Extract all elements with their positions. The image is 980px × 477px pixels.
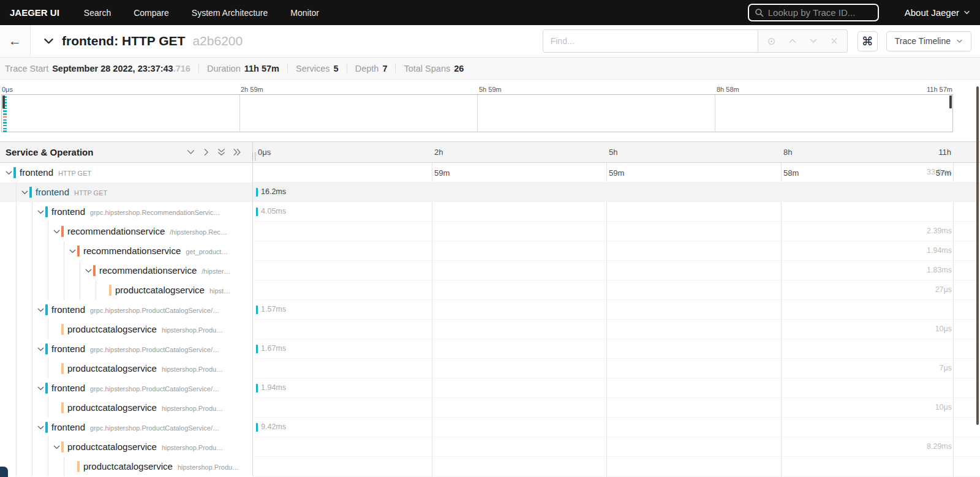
collapse-chevron-icon[interactable]	[21, 189, 29, 197]
collapse-chevron-icon[interactable]	[53, 228, 61, 236]
keyboard-shortcuts-button[interactable]: ⌘	[858, 31, 878, 51]
indent-guide	[96, 280, 96, 300]
nav-item-system-architecture[interactable]: System Architecture	[192, 8, 268, 18]
span-timeline-cell[interactable]: 9.42ms	[253, 418, 980, 437]
span-timeline-cell[interactable]: 1.83ms	[253, 261, 980, 280]
span-timeline-cell[interactable]: 2.39ms	[253, 222, 980, 241]
app-brand[interactable]: JAEGER UI	[10, 7, 59, 18]
expand-all-icon[interactable]	[232, 148, 241, 157]
collapse-trace-chevron-icon[interactable]	[43, 36, 55, 47]
span-row[interactable]: recommendationservice/hipstershop.Rec…2.…	[0, 222, 980, 241]
vertical-scrollbar[interactable]	[976, 86, 979, 425]
span-row[interactable]: frontendHTTP GET33.5ms	[0, 163, 980, 182]
collapse-chevron-icon[interactable]	[69, 247, 77, 255]
prev-match-icon[interactable]	[788, 37, 797, 45]
span-bar[interactable]	[256, 208, 258, 216]
span-bar[interactable]	[256, 384, 258, 392]
column-resizer-handle[interactable]	[252, 152, 255, 160]
focus-match-icon[interactable]	[767, 37, 776, 46]
span-duration: 8.29ms	[927, 442, 952, 451]
span-timeline-cell[interactable]: 27μs	[253, 280, 980, 300]
trace-lookup-input[interactable]	[768, 7, 866, 18]
span-row[interactable]: frontendgrpc.hipstershop.ProductCatalogS…	[0, 418, 980, 437]
span-row[interactable]: frontendHTTP GET16.2ms	[0, 182, 980, 202]
span-timeline-cell[interactable]: 10μs	[253, 320, 980, 339]
span-timeline-cell[interactable]: 4.05ms	[253, 202, 980, 222]
timeline-tick-label-wrap: 58m	[783, 168, 799, 178]
span-name-cell[interactable]: recommendationservice/hipstershop.Rec…	[0, 222, 253, 241]
span-name-cell[interactable]: frontendgrpc.hipstershop.ProductCatalogS…	[0, 300, 253, 320]
span-name-cell[interactable]: productcatalogservicehipstershop.Produ…	[0, 359, 253, 378]
timeline-minimap: 0μs2h 59m5h 59m8h 58m11h 57m	[0, 80, 980, 132]
minimap-span-mark	[3, 113, 7, 115]
span-bar[interactable]	[256, 306, 258, 314]
span-timeline-cell[interactable]: 1.94ms	[253, 241, 980, 261]
minimap-canvas[interactable]	[1, 94, 953, 132]
collapse-chevron-icon[interactable]	[37, 345, 45, 353]
span-row[interactable]: frontendgrpc.hipstershop.ProductCatalogS…	[0, 300, 980, 320]
find-input[interactable]	[543, 29, 758, 53]
next-match-icon[interactable]	[809, 37, 818, 45]
collapse-chevron-icon[interactable]	[85, 267, 92, 275]
minimap-left-handle[interactable]	[2, 96, 5, 108]
span-name-cell[interactable]: recommendationservice/hipster…	[0, 261, 253, 280]
nav-item-search[interactable]: Search	[84, 8, 111, 18]
back-button[interactable]: ←	[0, 25, 31, 57]
span-timeline-cell[interactable]: 1.57ms	[253, 300, 980, 320]
span-timeline-cell[interactable]: 10μs	[253, 398, 980, 418]
span-row[interactable]: recommendationservice/hipster…1.83ms	[0, 261, 980, 280]
span-name-cell[interactable]: productcatalogservicehipstershop.Produ…	[0, 437, 253, 457]
clear-search-icon[interactable]	[830, 37, 839, 45]
span-name-cell[interactable]: productcatalogservicehipst…	[0, 280, 253, 300]
span-bar[interactable]	[256, 188, 258, 197]
span-name-cell[interactable]: frontendHTTP GET	[0, 182, 253, 202]
span-name-cell[interactable]: frontendgrpc.hipstershop.RecommendationS…	[0, 202, 253, 222]
span-name-cell[interactable]: productcatalogservicehipstershop.Produ…	[0, 457, 253, 476]
collapse-chevron-icon[interactable]	[53, 443, 61, 451]
operation-name: hipstershop.Produ…	[162, 366, 223, 373]
span-row[interactable]: productcatalogservicehipstershop.Produ…7…	[0, 359, 980, 378]
timeline-tick-label: 5h	[609, 148, 617, 157]
collapse-chevron-icon[interactable]	[37, 306, 45, 314]
span-name-cell[interactable]: recommendationserviceget_product…	[0, 241, 253, 261]
expand-one-icon[interactable]	[202, 148, 211, 157]
span-timeline-cell[interactable]: 1.94ms	[253, 378, 980, 398]
span-row[interactable]: productcatalogservicehipstershop.Produ…8…	[0, 437, 980, 457]
span-row[interactable]: frontendgrpc.hipstershop.ProductCatalogS…	[0, 339, 980, 359]
span-timeline-cell[interactable]: 7μs	[253, 359, 980, 378]
collapse-chevron-icon[interactable]	[37, 385, 45, 392]
minimap-right-handle[interactable]	[949, 96, 952, 108]
span-color-bar	[77, 461, 80, 472]
collapse-chevron-icon[interactable]	[37, 208, 45, 216]
trace-lookup[interactable]	[748, 4, 879, 21]
collapse-chevron-icon[interactable]	[37, 424, 45, 432]
span-name-cell[interactable]: productcatalogservicehipstershop.Produ…	[0, 320, 253, 339]
span-name-cell[interactable]: frontendgrpc.hipstershop.ProductCatalogS…	[0, 339, 253, 359]
span-row[interactable]: recommendationserviceget_product…1.94ms	[0, 241, 980, 261]
span-name-cell[interactable]: frontendgrpc.hipstershop.ProductCatalogS…	[0, 418, 253, 437]
span-name-cell[interactable]: productcatalogservicehipstershop.Produ…	[0, 398, 253, 418]
operation-name: grpc.hipstershop.RecommendationServic…	[90, 209, 220, 216]
nav-item-compare[interactable]: Compare	[134, 8, 169, 18]
span-row[interactable]: productcatalogservicehipstershop.Produ…1…	[0, 320, 980, 339]
collapse-one-icon[interactable]	[186, 148, 195, 157]
trace-start-ms: .716	[173, 64, 190, 73]
span-row[interactable]: frontendgrpc.hipstershop.RecommendationS…	[0, 202, 980, 222]
span-row[interactable]: productcatalogservicehipstershop.Produ…	[0, 457, 980, 476]
collapse-all-icon[interactable]	[217, 148, 226, 157]
trace-view-selector[interactable]: Trace Timeline	[886, 31, 971, 51]
span-row[interactable]: frontendgrpc.hipstershop.ProductCatalogS…	[0, 378, 980, 398]
span-timeline-cell[interactable]: 16.2ms	[253, 182, 980, 202]
span-row[interactable]: productcatalogservicehipstershop.Produ…1…	[0, 398, 980, 418]
span-timeline-cell[interactable]: 8.29ms	[253, 437, 980, 457]
nav-item-monitor[interactable]: Monitor	[290, 8, 319, 18]
span-timeline-cell[interactable]: 1.67ms	[253, 339, 980, 359]
span-name-cell[interactable]: frontendHTTP GET	[0, 163, 253, 182]
collapse-chevron-icon[interactable]	[5, 169, 13, 177]
span-row[interactable]: productcatalogservicehipst…27μs	[0, 280, 980, 300]
span-timeline-cell[interactable]	[253, 457, 980, 476]
span-bar[interactable]	[256, 345, 258, 353]
span-name-cell[interactable]: frontendgrpc.hipstershop.ProductCatalogS…	[0, 378, 253, 398]
span-bar[interactable]	[256, 423, 258, 432]
about-jaeger-menu[interactable]: About Jaeger	[905, 7, 970, 18]
